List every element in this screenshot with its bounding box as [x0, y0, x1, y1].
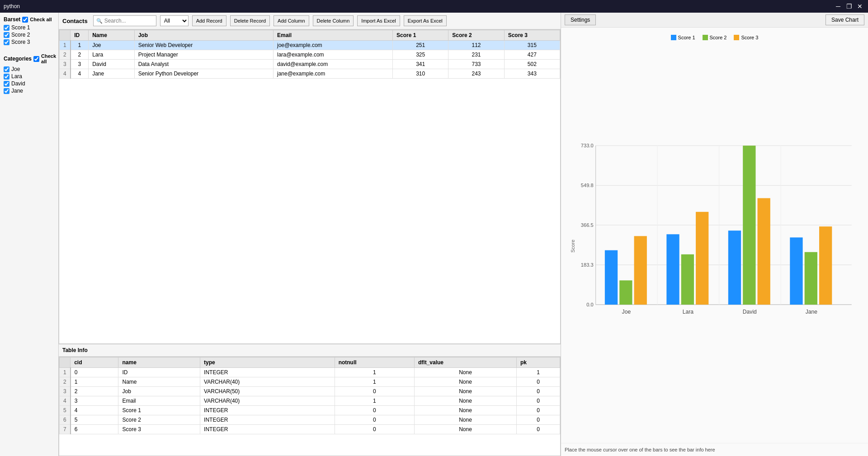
- bar-joe-score3[interactable]: [634, 236, 647, 305]
- info-cell-dflt: None: [414, 425, 516, 434]
- table-row[interactable]: 3 3 David Data Analyst david@example.com…: [60, 60, 560, 69]
- info-col-name[interactable]: name: [118, 357, 200, 368]
- delete-record-button[interactable]: Delete Record: [230, 15, 270, 26]
- table-row[interactable]: 3 2 Job VARCHAR(50) 0 None 0: [60, 387, 560, 396]
- col-score3[interactable]: Score 3: [504, 30, 560, 41]
- info-col-dflt[interactable]: dflt_value: [414, 357, 516, 368]
- svg-text:183.3: 183.3: [581, 262, 594, 268]
- score2-checkbox[interactable]: [4, 32, 9, 38]
- cell-score3: 502: [504, 60, 560, 69]
- info-cell-type: VARCHAR(40): [200, 377, 335, 387]
- info-row-num: 3: [60, 387, 71, 396]
- bar-joe-score1[interactable]: [605, 250, 618, 305]
- col-id[interactable]: ID: [71, 30, 89, 41]
- chart-status: Place the mouse cursor over one of the b…: [561, 443, 868, 456]
- table-row[interactable]: 2 1 Name VARCHAR(40) 1 None 0: [60, 377, 560, 387]
- info-col-cid[interactable]: cid: [71, 357, 118, 368]
- david-checkbox[interactable]: [4, 81, 9, 87]
- minimize-button[interactable]: ─: [834, 2, 843, 11]
- info-row-num: 4: [60, 396, 71, 406]
- categories-check-all[interactable]: [33, 56, 39, 62]
- score1-checkbox[interactable]: [4, 25, 9, 31]
- filter-select[interactable]: All Name Email Job: [160, 15, 189, 26]
- bar-jane-score1[interactable]: [790, 237, 802, 305]
- joe-checkbox[interactable]: [4, 66, 9, 72]
- bar-lara-score2[interactable]: [681, 254, 694, 305]
- col-job[interactable]: Job: [134, 30, 273, 41]
- info-cell-notnull: 0: [335, 425, 414, 434]
- cell-score2: 112: [448, 41, 504, 50]
- table-row[interactable]: 5 4 Score 1 INTEGER 0 None 0: [60, 406, 560, 415]
- row-num: 4: [60, 69, 71, 79]
- close-button[interactable]: ✕: [855, 2, 864, 11]
- bar-david-score2[interactable]: [743, 146, 755, 305]
- table-row[interactable]: 2 2 Lara Project Manager lara@example.co…: [60, 50, 560, 60]
- table-row[interactable]: 1 1 Joe Senior Web Developer joe@example…: [60, 41, 560, 50]
- table-row[interactable]: 4 3 Email VARCHAR(40) 1 None 0: [60, 396, 560, 406]
- info-cell-dflt: None: [414, 377, 516, 387]
- info-col-pk[interactable]: pk: [516, 357, 560, 368]
- table-row[interactable]: 6 5 Score 2 INTEGER 0 None 0: [60, 415, 560, 425]
- table-row[interactable]: 7 6 Score 3 INTEGER 0 None 0: [60, 425, 560, 434]
- bar-david-score1[interactable]: [728, 230, 741, 305]
- col-email[interactable]: Email: [274, 30, 393, 41]
- cell-id: 2: [71, 50, 89, 60]
- contacts-table-container[interactable]: ID Name Job Email Score 1 Score 2 Score …: [59, 29, 561, 344]
- barset-label: Barset: [4, 16, 20, 23]
- score3-label: Score 3: [11, 39, 30, 45]
- info-cell-pk: 0: [516, 387, 560, 396]
- cell-email: joe@example.com: [274, 41, 393, 50]
- info-cell-cid: 6: [71, 425, 118, 434]
- table-info-container[interactable]: cid name type notnull dflt_value pk 1 0 …: [59, 357, 561, 456]
- score3-checkbox[interactable]: [4, 39, 9, 45]
- table-row[interactable]: 4 4 Jane Senior Python Developer jane@ex…: [60, 69, 560, 79]
- add-column-button[interactable]: Add Column: [274, 15, 309, 26]
- lara-label: Lara: [11, 73, 22, 80]
- info-row-num: 7: [60, 425, 71, 434]
- bar-lara-score3[interactable]: [696, 212, 708, 305]
- info-cell-name: Email: [118, 396, 200, 406]
- score2-label: Score 2: [11, 32, 30, 38]
- search-input[interactable]: [104, 18, 150, 24]
- export-excel-button[interactable]: Export As Excel: [404, 15, 447, 26]
- bar-jane-score2[interactable]: [805, 252, 817, 305]
- col-score2[interactable]: Score 2: [448, 30, 504, 41]
- svg-text:Jane: Jane: [806, 309, 818, 315]
- restore-button[interactable]: ❐: [844, 2, 854, 11]
- legend-score1: Score 1: [671, 35, 695, 40]
- info-cell-cid: 4: [71, 406, 118, 415]
- save-chart-button[interactable]: Save Chart: [826, 14, 864, 25]
- import-excel-button[interactable]: Import As Excel: [357, 15, 400, 26]
- info-cell-cid: 1: [71, 377, 118, 387]
- categories-section: Categories Check all Joe Lara David Jane: [4, 53, 55, 95]
- svg-text:549.8: 549.8: [581, 183, 594, 188]
- barset-check-all[interactable]: [22, 17, 28, 23]
- col-score1[interactable]: Score 1: [393, 30, 448, 41]
- table-row[interactable]: 1 0 ID INTEGER 1 None 1: [60, 368, 560, 377]
- jane-checkbox[interactable]: [4, 88, 9, 94]
- cell-email: lara@example.com: [274, 50, 393, 60]
- info-cell-cid: 3: [71, 396, 118, 406]
- col-rownum: [60, 30, 71, 41]
- contacts-table-body: 1 1 Joe Senior Web Developer joe@example…: [60, 41, 560, 79]
- info-col-type[interactable]: type: [200, 357, 335, 368]
- bar-joe-score2[interactable]: [619, 280, 632, 305]
- delete-column-button[interactable]: Delete Column: [313, 15, 354, 26]
- add-record-button[interactable]: Add Record: [192, 15, 226, 26]
- settings-tab[interactable]: Settings: [565, 14, 596, 25]
- info-cell-type: INTEGER: [200, 425, 335, 434]
- info-cell-pk: 0: [516, 406, 560, 415]
- info-col-notnull[interactable]: notnull: [335, 357, 414, 368]
- lara-checkbox[interactable]: [4, 74, 9, 80]
- info-cell-type: INTEGER: [200, 415, 335, 425]
- legend-score3-label: Score 3: [741, 35, 758, 40]
- cell-name: Lara: [89, 50, 135, 60]
- col-name[interactable]: Name: [89, 30, 135, 41]
- bar-lara-score1[interactable]: [666, 234, 679, 305]
- cell-id: 1: [71, 41, 89, 50]
- bar-jane-score3[interactable]: [819, 226, 832, 305]
- svg-text:366.5: 366.5: [581, 222, 594, 228]
- info-cell-notnull: 1: [335, 396, 414, 406]
- bar-david-score3[interactable]: [758, 198, 770, 305]
- contacts-header: Contacts 🔍 All Name Email Job Add Record…: [59, 13, 561, 29]
